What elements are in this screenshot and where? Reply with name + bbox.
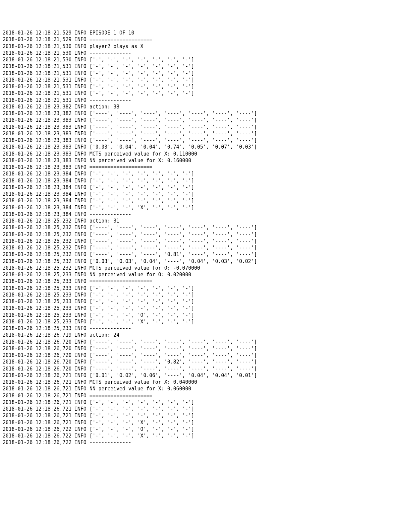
log-line: 2018-01-26 12:18:21,531 INFO ['-', '-', …	[3, 90, 390, 97]
log-line: 2018-01-26 12:18:23,383 INFO ['----', '-…	[3, 130, 390, 137]
log-line: 2018-01-26 12:18:26,721 INFO ['-', '-', …	[3, 419, 390, 426]
log-line: 2018-01-26 12:18:21,531 INFO ['-', '-', …	[3, 83, 390, 90]
log-line: 2018-01-26 12:18:26,722 INFO ['-', '-', …	[3, 432, 390, 439]
log-line: 2018-01-26 12:18:25,232 INFO ['----', '-…	[3, 238, 390, 244]
log-line: 2018-01-26 12:18:21,531 INFO ['-', '-', …	[3, 70, 390, 77]
log-line: 2018-01-26 12:18:23,384 INFO ['-', '-', …	[3, 191, 390, 197]
log-line: 2018-01-26 12:18:21,531 INFO -----------…	[3, 97, 390, 103]
log-line: 2018-01-26 12:18:23,384 INFO -----------…	[3, 211, 390, 218]
log-line: 2018-01-26 12:18:23,384 INFO ['-', '-', …	[3, 204, 390, 211]
log-line: 2018-01-26 12:18:25,233 INFO ['-', '-', …	[3, 318, 390, 325]
log-line: 2018-01-26 12:18:26,720 INFO ['----', '-…	[3, 345, 390, 352]
log-line: 2018-01-26 12:18:26,720 INFO ['----', '-…	[3, 352, 390, 359]
log-line: 2018-01-26 12:18:23,383 INFO ['----', '-…	[3, 137, 390, 144]
log-line: 2018-01-26 12:18:25,233 INFO ['-', '-', …	[3, 285, 390, 292]
log-line: 2018-01-26 12:18:25,233 INFO ['-', '-', …	[3, 312, 390, 318]
log-line: 2018-01-26 12:18:26,722 INFO -----------…	[3, 439, 390, 446]
log-line: 2018-01-26 12:18:25,233 INFO ['-', '-', …	[3, 305, 390, 311]
log-line: 2018-01-26 12:18:25,233 INFO NN perceive…	[3, 271, 390, 278]
log-line: 2018-01-26 12:18:26,721 INFO ===========…	[3, 392, 390, 399]
log-output: 2018-01-26 12:18:21,529 INFO EPISODE 1 O…	[3, 30, 390, 446]
log-line: 2018-01-26 12:18:26,721 INFO ['-', '-', …	[3, 406, 390, 412]
log-line: 2018-01-26 12:18:26,721 INFO ['-', '-', …	[3, 399, 390, 406]
log-line: 2018-01-26 12:18:21,529 INFO EPISODE 1 O…	[3, 30, 390, 36]
log-line: 2018-01-26 12:18:21,531 INFO ['-', '-', …	[3, 63, 390, 70]
log-line: 2018-01-26 12:18:25,232 INFO MCTS percei…	[3, 265, 390, 271]
log-line: 2018-01-26 12:18:23,383 INFO ===========…	[3, 164, 390, 170]
log-line: 2018-01-26 12:18:23,384 INFO ['-', '-', …	[3, 184, 390, 191]
log-line: 2018-01-26 12:18:23,384 INFO ['-', '-', …	[3, 197, 390, 204]
log-line: 2018-01-26 12:18:21,530 INFO player2 pla…	[3, 43, 390, 50]
log-line: 2018-01-26 12:18:26,720 INFO ['----', '-…	[3, 366, 390, 372]
log-line: 2018-01-26 12:18:21,529 INFO ===========…	[3, 36, 390, 43]
log-line: 2018-01-26 12:18:26,719 INFO action: 24	[3, 332, 390, 338]
log-line: 2018-01-26 12:18:26,722 INFO ['-', '-', …	[3, 426, 390, 432]
log-line: 2018-01-26 12:18:23,382 INFO action: 38	[3, 103, 390, 110]
log-line: 2018-01-26 12:18:23,383 INFO ['----', '-…	[3, 117, 390, 123]
log-line: 2018-01-26 12:18:26,721 INFO NN perceive…	[3, 385, 390, 392]
log-line: 2018-01-26 12:18:23,383 INFO ['----', '-…	[3, 124, 390, 130]
log-line: 2018-01-26 12:18:23,384 INFO ['-', '-', …	[3, 177, 390, 184]
log-line: 2018-01-26 12:18:25,232 INFO ['----', '-…	[3, 251, 390, 258]
log-line: 2018-01-26 12:18:25,233 INFO ['-', '-', …	[3, 298, 390, 305]
log-line: 2018-01-26 12:18:23,383 INFO MCTS percei…	[3, 151, 390, 157]
log-line: 2018-01-26 12:18:23,384 INFO ['-', '-', …	[3, 170, 390, 177]
log-line: 2018-01-26 12:18:26,721 INFO MCTS percei…	[3, 379, 390, 385]
log-line: 2018-01-26 12:18:25,232 INFO action: 31	[3, 218, 390, 224]
log-line: 2018-01-26 12:18:25,232 INFO ['----', '-…	[3, 231, 390, 238]
log-line: 2018-01-26 12:18:21,530 INFO ['-', '-', …	[3, 56, 390, 63]
log-line: 2018-01-26 12:18:23,383 INFO ['0.03', '0…	[3, 144, 390, 150]
log-line: 2018-01-26 12:18:26,720 INFO ['----', '-…	[3, 339, 390, 345]
log-line: 2018-01-26 12:18:23,382 INFO ['----', '-…	[3, 110, 390, 117]
log-line: 2018-01-26 12:18:25,233 INFO ===========…	[3, 278, 390, 285]
log-line: 2018-01-26 12:18:25,232 INFO ['----', '-…	[3, 224, 390, 231]
log-line: 2018-01-26 12:18:21,530 INFO -----------…	[3, 50, 390, 56]
log-line: 2018-01-26 12:18:21,531 INFO ['-', '-', …	[3, 77, 390, 83]
log-line: 2018-01-26 12:18:25,232 INFO ['----', '-…	[3, 244, 390, 251]
log-line: 2018-01-26 12:18:26,721 INFO ['0.01', '0…	[3, 372, 390, 379]
log-line: 2018-01-26 12:18:25,233 INFO -----------…	[3, 325, 390, 332]
log-line: 2018-01-26 12:18:26,720 INFO ['----', '-…	[3, 359, 390, 365]
log-line: 2018-01-26 12:18:25,232 INFO ['0.03', '0…	[3, 258, 390, 265]
log-line: 2018-01-26 12:18:25,233 INFO ['-', '-', …	[3, 292, 390, 298]
log-line: 2018-01-26 12:18:23,383 INFO NN perceive…	[3, 157, 390, 164]
log-line: 2018-01-26 12:18:26,721 INFO ['-', '-', …	[3, 412, 390, 419]
